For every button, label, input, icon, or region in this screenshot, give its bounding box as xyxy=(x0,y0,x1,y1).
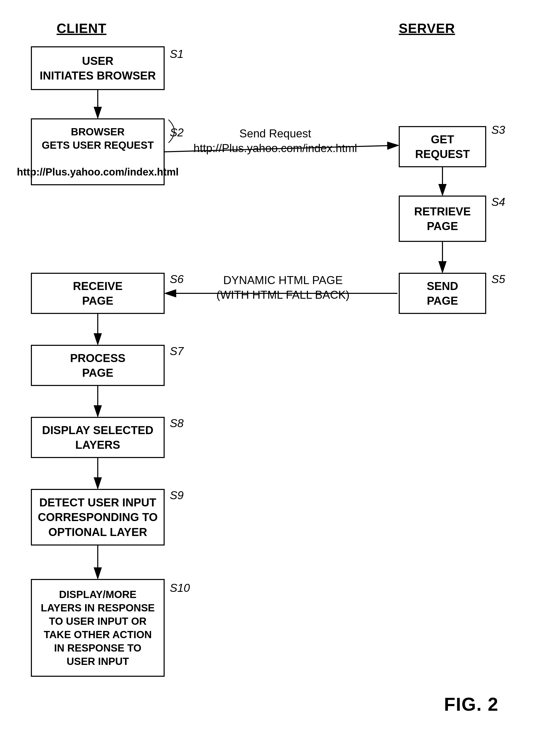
step-s4: S4 xyxy=(491,196,505,208)
box-process-page: PROCESS PAGE xyxy=(31,345,165,386)
step-s7: S7 xyxy=(170,345,184,358)
box-send-page: SEND PAGE xyxy=(399,273,486,314)
step-s5: S5 xyxy=(491,273,505,286)
step-s3: S3 xyxy=(491,124,505,136)
box-retrieve-page: RETRIEVE PAGE xyxy=(399,196,486,242)
step-s8: S8 xyxy=(170,417,184,430)
step-s1: S1 xyxy=(170,48,184,60)
step-s9: S9 xyxy=(170,489,184,502)
step-s10: S10 xyxy=(170,582,190,594)
client-header: CLIENT xyxy=(57,21,107,36)
dynamic-html-annotation: DYNAMIC HTML PAGE (WITH HTML FALL BACK) xyxy=(175,273,391,302)
box-display-selected: DISPLAY SELECTED LAYERS xyxy=(31,417,165,458)
box-receive-page: RECEIVE PAGE xyxy=(31,273,165,314)
box-browser-gets: BROWSER GETS USER REQUEST http://Plus.ya… xyxy=(31,118,165,185)
server-header: SERVER xyxy=(399,21,455,36)
box-user-initiates: USER INITIATES BROWSER xyxy=(31,46,165,90)
figure-label: FIG. 2 xyxy=(444,694,499,715)
box-display-more: DISPLAY/MORE LAYERS IN RESPONSE TO USER … xyxy=(31,579,165,677)
box-detect-user: DETECT USER INPUT CORRESPONDING TO OPTIO… xyxy=(31,489,165,546)
box-get-request: GET REQUEST xyxy=(399,126,486,167)
step-s6: S6 xyxy=(170,273,184,286)
diagram-container: CLIENT SERVER USER INITIATES BROWSER S1 … xyxy=(0,0,550,756)
send-request-annotation: Send Request http://Plus.yahoo.com/index… xyxy=(175,126,376,155)
